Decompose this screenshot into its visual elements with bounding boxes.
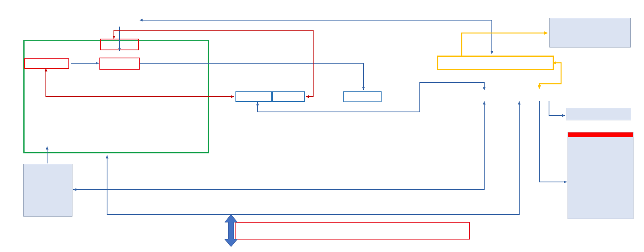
combined-formula-box <box>235 222 470 240</box>
highlight-box-febrero-d8 <box>24 58 69 69</box>
callout-argument-note <box>23 164 72 217</box>
callout-match-info <box>549 18 631 48</box>
callout-exact-match <box>566 108 631 120</box>
arrow-zero-arg-to-exact-match <box>549 101 565 116</box>
callout-important <box>568 132 634 219</box>
important-body-text <box>568 137 633 144</box>
highlight-box-semana2-header <box>100 39 139 50</box>
current-year-table <box>236 42 416 211</box>
highlight-box-k12 <box>235 91 272 102</box>
highlight-box-n12-result <box>343 91 382 102</box>
highlight-box-l12 <box>272 91 305 102</box>
highlight-box-f8-value <box>99 58 140 70</box>
arrow-column3-arg-to-important <box>539 101 567 182</box>
green-range-border <box>23 40 209 153</box>
spreadsheet-window <box>0 0 644 252</box>
coincidir-formula-box <box>437 56 554 70</box>
arrow-coincidir-to-match-info <box>462 33 547 56</box>
important-title <box>568 132 633 137</box>
